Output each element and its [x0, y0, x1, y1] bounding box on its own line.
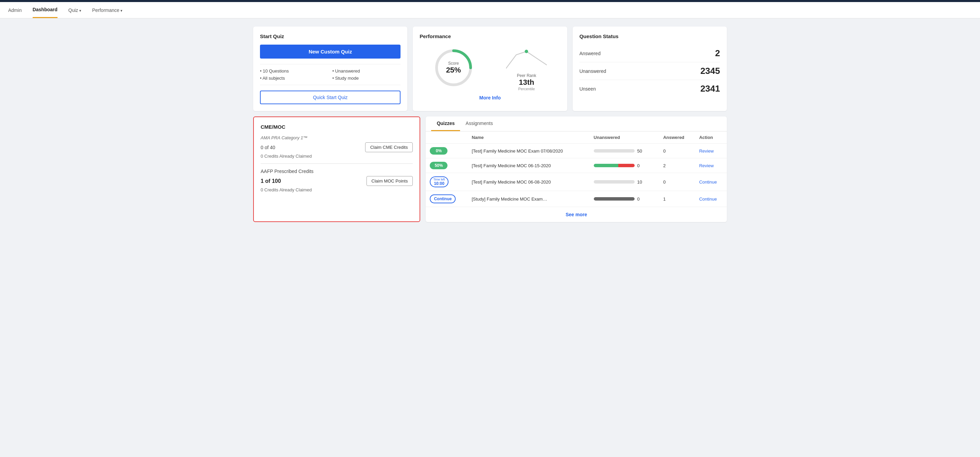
unanswered-cell: 10: [590, 173, 659, 191]
cme-count-row: 0 of 40 Claim CME Credits: [261, 142, 413, 152]
score-label: Score 25%: [446, 61, 461, 75]
name-cell: [Test] Family Medicine MOC Exam 07/08/20…: [468, 144, 589, 158]
col-badge: [426, 131, 468, 144]
action-cell: Continue: [695, 173, 727, 191]
claim-cme-button[interactable]: Claim CME Credits: [365, 142, 413, 152]
aafp-label: AAFP Prescribed Credits: [261, 169, 413, 174]
moc-count-row: 1 of 100 Claim MOC Points: [261, 176, 413, 186]
see-more-row: See more: [426, 207, 727, 222]
quiz-options: 10 Questions Unanswered All subjects Stu…: [260, 64, 401, 85]
quiz-option-subjects: All subjects: [260, 76, 328, 81]
peer-rank-value: 13th: [517, 78, 536, 87]
quiz-option-mode: Study mode: [332, 76, 401, 81]
unanswered-value: 2345: [700, 66, 720, 76]
performance-card: Performance Score 25%: [413, 27, 567, 111]
start-quiz-title: Start Quiz: [260, 34, 401, 39]
answered-row: Answered 2: [579, 45, 720, 62]
col-name: Name: [468, 131, 589, 144]
question-status-card: Question Status Answered 2 Unanswered 23…: [573, 27, 727, 111]
new-custom-quiz-button[interactable]: New Custom Quiz: [260, 45, 401, 59]
action-cell: Review: [695, 144, 727, 158]
nav-quiz[interactable]: Quiz: [68, 3, 81, 18]
unanswered-row: Unanswered 2345: [579, 62, 720, 80]
cme-count: 0 of 40: [261, 145, 275, 150]
nav-dashboard[interactable]: Dashboard: [33, 2, 57, 18]
quiz-option-unanswered: Unanswered: [332, 69, 401, 74]
col-answered: Answered: [659, 131, 695, 144]
claim-moc-button[interactable]: Claim MOC Points: [366, 176, 413, 186]
peer-rank-wrap: Peer Rank 13th Percentile: [493, 45, 560, 91]
name-cell: [Test] Family Medicine MOC 06-08-2020: [468, 173, 589, 191]
answered-cell: 1: [659, 191, 695, 207]
see-more-link[interactable]: See more: [566, 212, 587, 217]
performance-title: Performance: [420, 34, 560, 39]
table-row: Continue [Study] Family Medicine MOC Exa…: [426, 191, 727, 207]
action-cell: Review: [695, 158, 727, 173]
table-row: 50% [Test] Family Medicine MOC 06-15-202…: [426, 158, 727, 173]
peer-rank-chart: [506, 45, 547, 72]
start-quiz-card: Start Quiz New Custom Quiz 10 Questions …: [253, 27, 407, 111]
nav-performance[interactable]: Performance: [92, 3, 123, 18]
table-row: Time left 10:00 [Test] Family Medicine M…: [426, 173, 727, 191]
continue-link-1[interactable]: Continue: [699, 179, 717, 185]
unseen-row: Unseen 2341: [579, 80, 720, 97]
action-cell: Continue: [695, 191, 727, 207]
performance-inner: Score 25% Peer Rank 13th Percentile: [420, 45, 560, 91]
unanswered-cell: 50: [590, 144, 659, 158]
badge-cell: Time left 10:00: [426, 173, 468, 191]
main-content: Start Quiz New Custom Quiz 10 Questions …: [245, 18, 735, 230]
unanswered-label: Unanswered: [579, 69, 606, 74]
quiz-badge-50pct: 50%: [430, 162, 447, 169]
peer-rank-sub: Percentile: [517, 87, 536, 91]
unseen-label: Unseen: [579, 86, 596, 92]
review-link-1[interactable]: Review: [699, 149, 714, 153]
quiz-option-questions: 10 Questions: [260, 69, 328, 74]
unanswered-cell: 0: [590, 191, 659, 207]
answered-cell: 0: [659, 144, 695, 158]
badge-cell: 50%: [426, 158, 468, 173]
badge-cell: Continue: [426, 191, 468, 207]
name-cell: [Test] Family Medicine MOC 06-15-2020: [468, 158, 589, 173]
answered-label: Answered: [579, 51, 601, 56]
unanswered-cell: 0: [590, 158, 659, 173]
peer-rank-label: Peer Rank: [517, 73, 536, 78]
answered-cell: 0: [659, 173, 695, 191]
cme-moc-card: CME/MOC AMA PRA Category 1™ 0 of 40 Clai…: [253, 117, 420, 222]
quizzes-card: Quizzes Assignments Name Unanswered Answ…: [426, 117, 727, 222]
question-status-title: Question Status: [579, 34, 720, 39]
cme-category-label: AMA PRA Category 1™: [261, 135, 413, 140]
score-value: 25%: [446, 66, 461, 75]
review-link-2[interactable]: Review: [699, 163, 714, 168]
top-row: Start Quiz New Custom Quiz 10 Questions …: [253, 27, 727, 111]
cme-title: CME/MOC: [261, 124, 413, 130]
tab-assignments[interactable]: Assignments: [460, 117, 498, 131]
moc-already-claimed: 0 Credits Already Claimed: [261, 187, 413, 192]
badge-cell: 0%: [426, 144, 468, 158]
score-circle: Score 25%: [433, 47, 474, 88]
continue-link-2[interactable]: Continue: [699, 197, 717, 201]
cme-section-ama: AMA PRA Category 1™ 0 of 40 Claim CME Cr…: [261, 135, 413, 159]
quiz-badge-continue: Continue: [430, 195, 456, 203]
nav-admin[interactable]: Admin: [8, 3, 22, 18]
cme-section-aafp: AAFP Prescribed Credits 1 of 100 Claim M…: [261, 169, 413, 192]
moc-count: 1 of 100: [261, 178, 281, 184]
quick-start-quiz-button[interactable]: Quick Start Quiz: [260, 91, 401, 104]
table-row: 0% [Test] Family Medicine MOC Exam 07/08…: [426, 144, 727, 158]
tab-quizzes[interactable]: Quizzes: [431, 117, 460, 131]
score-circle-wrap: Score 25%: [420, 47, 487, 88]
nav-bar: Admin Dashboard Quiz Performance: [0, 2, 980, 18]
tabs-row: Quizzes Assignments: [426, 117, 727, 131]
cme-divider: [261, 163, 413, 164]
table-header-row: Name Unanswered Answered Action: [426, 131, 727, 144]
col-unanswered: Unanswered: [590, 131, 659, 144]
quiz-table: Name Unanswered Answered Action 0% [Test…: [426, 131, 727, 207]
quiz-badge-0pct: 0%: [430, 147, 447, 155]
answered-value: 2: [715, 48, 720, 59]
more-info-link[interactable]: More Info: [420, 95, 560, 101]
time-left-badge: Time left 10:00: [430, 176, 448, 187]
unseen-value: 2341: [700, 83, 720, 94]
name-cell: [Study] Family Medicine MOC Exam…: [468, 191, 589, 207]
col-action: Action: [695, 131, 727, 144]
answered-cell: 2: [659, 158, 695, 173]
cme-already-claimed: 0 Credits Already Claimed: [261, 153, 413, 159]
